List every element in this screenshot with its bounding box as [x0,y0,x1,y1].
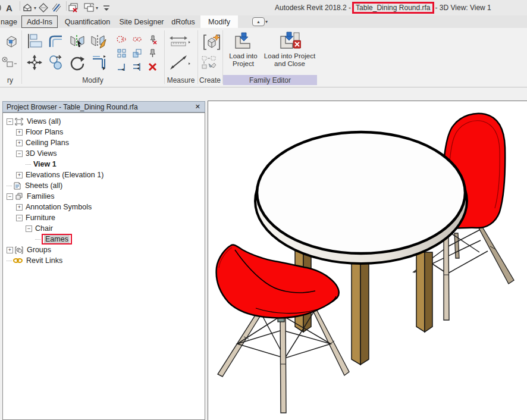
ribbon-display-toggle[interactable]: ▲ ▾ [252,17,272,26]
tab-drofus[interactable]: dRofus [170,15,196,28]
expand-icon[interactable]: + [16,172,23,178]
panel-label-modify: Modify [21,75,164,85]
tab-site-designer[interactable]: Site Designer [118,15,165,28]
tree-item-families[interactable]: −Families [3,191,205,202]
tree-item-label[interactable]: Floor Plans [24,128,64,136]
expand-icon[interactable]: + [7,247,13,253]
tree-item-label[interactable]: Furniture [24,214,57,222]
project-browser-header[interactable]: Project Browser - Table_Dining Round.rfa… [2,101,205,112]
offset-icon[interactable] [48,33,64,49]
tree-item-eames[interactable]: Eames [3,234,205,245]
tree-item-floor-plans[interactable]: +Floor Plans [3,127,205,137]
tree-item-label[interactable]: Chair [34,224,54,233]
groups-icon [15,246,23,254]
tree-item-elevations-elevation-1-[interactable]: +Elevations (Elevation 1) [3,170,205,180]
tree-item-label[interactable]: Groups [26,246,52,254]
table-leg-right [416,252,432,332]
collapse-icon[interactable]: − [16,151,23,157]
load-into-project-button[interactable]: Load into Project [225,30,262,74]
tree-item-label[interactable]: Eames [44,235,70,243]
create-group-icon[interactable] [201,55,218,71]
tab-modify[interactable]: Modify [200,15,238,28]
customize-qat-icon[interactable] [102,1,111,14]
measure-length-icon[interactable] [169,34,186,51]
tree-item-view-1[interactable]: View 1 [3,159,205,170]
panel-label-create: Create [197,75,222,85]
tab-add-ins[interactable]: Add-Ins [21,15,58,28]
tree-connector [26,164,31,165]
scale-icon[interactable] [132,48,142,58]
thin-lines-icon[interactable] [51,1,62,14]
collapse-icon[interactable]: − [7,193,13,200]
split-element-icon[interactable] [117,35,127,45]
close-hidden-windows-icon[interactable] [68,1,80,14]
tree-item-3d-views[interactable]: −3D Views [3,148,205,159]
switch-windows-icon[interactable]: ▾ [83,1,98,14]
tree-item-ceiling-plans[interactable]: +Ceiling Plans [3,137,205,148]
move-icon[interactable] [26,54,43,71]
copy-icon[interactable] [48,54,64,71]
panel-label-family-editor: Family Editor [223,75,317,85]
title-prefix: Autodesk Revit 2018.2 - [275,4,351,12]
close-icon[interactable]: ✕ [191,103,205,111]
drawing-area-3d-view[interactable] [208,101,527,420]
paste-geometry-icon[interactable] [4,34,20,51]
tree-item-label[interactable]: Sheets (all) [24,181,64,190]
section-icon[interactable] [38,1,49,14]
tree-item-label[interactable]: View 1 [32,160,58,168]
trim-multiple-icon[interactable] [132,62,142,72]
text-tool-icon[interactable]: A [6,1,12,14]
tree-item-views-all-[interactable]: −Views (all) [3,116,205,127]
tree-item-label[interactable]: Ceiling Plans [24,139,70,147]
tree-item-groups[interactable]: +Groups [3,245,205,255]
clipped-icon[interactable] [0,1,6,14]
tree-item-label[interactable]: Elevations (Elevation 1) [24,171,105,179]
unpin-icon[interactable] [148,35,158,45]
tree-item-label[interactable]: Families [26,192,56,200]
tree-item-label[interactable]: Annotation Symbols [24,203,93,211]
table-leg-front [352,260,369,365]
trim-extend-corner-icon[interactable] [90,54,107,71]
delete-icon[interactable] [148,62,158,72]
mirror-pick-axis-icon[interactable] [69,33,86,49]
tree-connector [7,261,12,261]
cut-geometry-icon[interactable] [1,57,11,67]
expand-icon[interactable]: + [16,129,23,136]
tree-item-annotation-symbols[interactable]: +Annotation Symbols [3,202,205,212]
tree-connector [7,186,12,186]
align-icon[interactable] [26,33,43,49]
eames-chair-front-left[interactable] [217,245,349,413]
tab-quantification[interactable]: Quantification [62,15,113,28]
qat-separator [66,1,67,11]
tree-item-furniture[interactable]: −Furniture [3,212,205,223]
default-3d-view-icon[interactable]: ▾ [21,1,36,14]
measure-between-icon[interactable] [169,54,186,71]
tree-item-label[interactable]: 3D Views [24,149,58,158]
tree-item-revit-links[interactable]: Revit Links [3,255,205,266]
tab-nage[interactable]: nage [0,15,18,28]
mirror-draw-axis-icon[interactable] [90,33,107,49]
panel-label-clipped: ry [0,75,20,85]
families-icon [15,193,23,200]
collapse-icon[interactable]: − [7,118,13,125]
tree-connector [35,239,40,240]
tree-item-label[interactable]: Views (all) [26,117,62,126]
pin-icon[interactable] [148,48,158,58]
collapse-icon[interactable]: − [16,215,23,221]
trim-single-icon[interactable] [117,62,127,72]
load-into-project-and-close-button[interactable]: Load into Project and Close [263,30,316,74]
expand-icon[interactable]: + [16,140,23,146]
tree-item-sheets-all-[interactable]: Sheets (all) [3,180,205,191]
table-top[interactable] [255,132,467,264]
array-icon[interactable] [117,48,127,58]
expand-icon[interactable]: + [16,204,23,211]
ribbon-toggle-icon: ▲ [252,17,265,26]
split-with-gap-icon[interactable] [132,35,142,45]
collapse-icon[interactable]: − [26,225,32,232]
title-filename-annotation: Table_Dining Round.rfa [352,2,434,14]
tree-item-label[interactable]: Revit Links [25,256,64,265]
component-icon[interactable] [202,33,219,49]
rotate-icon[interactable] [69,54,86,71]
tree-item-chair[interactable]: −Chair [3,223,205,234]
links-icon [13,257,23,264]
